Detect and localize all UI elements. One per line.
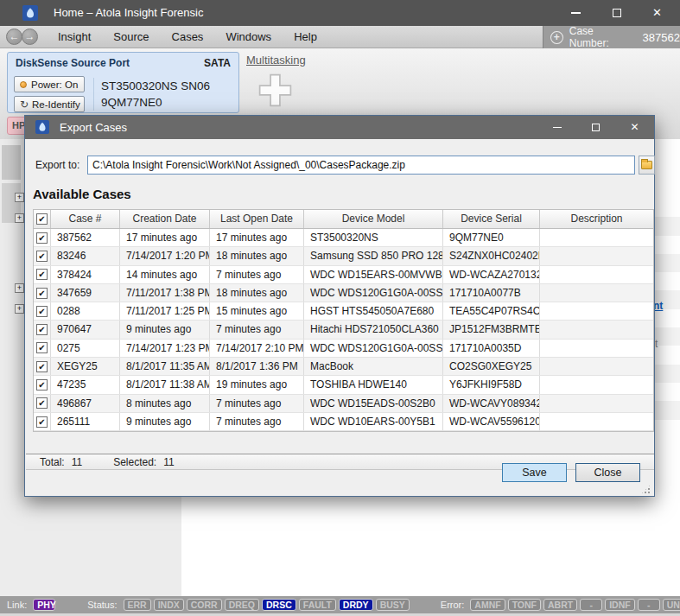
tree-expander-icon[interactable]: +	[15, 193, 24, 202]
cell-last-open-date: 7 minutes ago	[210, 266, 304, 283]
cell-device-serial: WD-WCAVY089342	[443, 395, 540, 412]
cell-description	[540, 395, 653, 412]
row-checkbox[interactable]	[36, 379, 48, 391]
cell-creation-date: 7/14/2017 1:23 PM	[120, 340, 210, 357]
menu-source[interactable]: Source	[102, 26, 160, 48]
browse-button[interactable]	[639, 156, 655, 175]
table-row[interactable]: XEGY25 8/1/2017 11:35 AM 8/1/2017 1:36 P…	[34, 358, 653, 376]
dialog-title: Export Cases	[60, 116, 127, 139]
total-value: 11	[72, 456, 82, 468]
cell-device-serial: S24ZNX0HC02402P	[443, 247, 540, 264]
table-row[interactable]: 378424 14 minutes ago 7 minutes ago WDC …	[34, 266, 653, 284]
column-header-device-model[interactable]: Device Model	[304, 210, 443, 228]
column-header-case[interactable]: Case #	[51, 210, 120, 228]
cell-device-serial: 171710A0077B	[443, 284, 540, 302]
table-row[interactable]: 0275 7/14/2017 1:23 PM 7/14/2017 2:10 PM…	[34, 340, 653, 358]
column-header-creation-date[interactable]: Creation Date	[120, 210, 210, 228]
cell-device-model: WDC WDS120G1G0A-00SS50	[304, 284, 443, 302]
status-badge-idnf: IDNF	[605, 599, 635, 611]
resize-grip[interactable]	[640, 484, 651, 495]
row-checkbox[interactable]	[36, 342, 48, 353]
forward-button[interactable]: →	[22, 29, 38, 45]
row-checkbox[interactable]	[36, 361, 48, 372]
cell-device-model: MacBook	[304, 358, 443, 375]
cell-device-serial: CO2SG0XEGY25	[443, 358, 540, 375]
row-checkbox[interactable]	[36, 324, 48, 335]
case-number-label: Case Number:	[569, 25, 635, 49]
status-bar: Link: PHY Status: ERRINDXCORRDREQDRSCFAU…	[0, 596, 680, 613]
port-type-label: SATA	[204, 57, 231, 69]
cell-case-number: 347659	[51, 284, 120, 302]
case-number-section[interactable]: + Case Number: 387562	[543, 26, 680, 48]
cell-creation-date: 8 minutes ago	[120, 395, 210, 412]
reidentify-button[interactable]: ↻ Re-Identify	[14, 96, 85, 112]
export-path-input[interactable]	[87, 156, 635, 175]
add-task-button[interactable]	[258, 73, 292, 107]
row-checkbox[interactable]	[36, 306, 48, 317]
status-badge-phy: PHY	[33, 599, 55, 611]
save-button[interactable]: Save	[502, 463, 567, 482]
close-button[interactable]: Close	[575, 463, 640, 482]
menu-help[interactable]: Help	[283, 26, 328, 48]
table-row[interactable]: 347659 7/11/2017 1:38 PM 18 minutes ago …	[34, 284, 653, 302]
table-row[interactable]: 47235 8/1/2017 11:38 AM 19 minutes ago T…	[34, 376, 653, 394]
cell-description	[540, 413, 653, 430]
table-row[interactable]: 970647 9 minutes ago 7 minutes ago Hitac…	[34, 321, 653, 339]
link-label: Link:	[7, 600, 27, 610]
row-checkbox[interactable]	[36, 288, 48, 299]
multitasking-tab[interactable]: Multitasking	[246, 54, 306, 67]
back-button[interactable]: ←	[6, 29, 22, 45]
window-maximize-button[interactable]	[596, 0, 637, 26]
row-checkbox[interactable]	[36, 232, 48, 244]
row-checkbox[interactable]	[36, 269, 48, 280]
status-badge-abrt: ABRT	[543, 599, 577, 611]
menubar: ← → Insight Source Cases Windows Help + …	[0, 26, 680, 48]
dialog-titlebar[interactable]: Export Cases ✕	[25, 116, 654, 139]
menu-insight[interactable]: Insight	[47, 26, 102, 48]
case-number-value: 387562	[643, 31, 680, 44]
selected-value: 11	[163, 456, 174, 468]
menu-cases[interactable]: Cases	[161, 26, 215, 48]
table-row[interactable]: 265111 9 minutes ago 7 minutes ago WDC W…	[34, 413, 653, 431]
tree-expander-icon[interactable]: +	[15, 304, 24, 314]
table-row[interactable]: 0288 7/11/2017 1:25 PM 15 minutes ago HG…	[34, 302, 653, 321]
dialog-minimize-button[interactable]	[537, 116, 576, 139]
menu-windows[interactable]: Windows	[214, 26, 283, 48]
cell-last-open-date: 7 minutes ago	[210, 395, 304, 412]
close-icon: ✕	[630, 116, 639, 139]
status-badge-unc: UNC	[663, 599, 680, 611]
status-badge-corr: CORR	[187, 599, 222, 611]
row-checkbox[interactable]	[36, 251, 48, 262]
dialog-close-button[interactable]: ✕	[615, 116, 654, 139]
cell-last-open-date: 17 minutes ago	[210, 229, 304, 246]
cell-description	[540, 376, 653, 393]
row-checkbox[interactable]	[36, 416, 48, 428]
cell-device-serial: 171710A0035D	[443, 340, 540, 357]
dialog-maximize-button[interactable]	[576, 116, 615, 139]
power-button[interactable]: Power: On	[14, 76, 85, 92]
column-header-device-serial[interactable]: Device Serial	[443, 210, 540, 228]
tree-expander-icon[interactable]: +	[15, 283, 24, 293]
column-header-last-open-date[interactable]: Last Open Date	[210, 210, 304, 228]
tree-expander-icon[interactable]: +	[15, 213, 24, 223]
cell-last-open-date: 15 minutes ago	[210, 302, 304, 320]
row-checkbox[interactable]	[36, 397, 48, 409]
table-row[interactable]: 387562 17 minutes ago 17 minutes ago ST3…	[34, 229, 653, 247]
cell-creation-date: 9 minutes ago	[120, 413, 210, 430]
column-header-description[interactable]: Description	[540, 210, 653, 228]
cell-creation-date: 7/11/2017 1:38 PM	[120, 284, 210, 302]
window-titlebar[interactable]: Home – Atola Insight Forensic ✕	[0, 0, 680, 26]
cell-device-model: WDC WD15EADS-00S2B0	[304, 395, 443, 412]
table-row[interactable]: 496867 8 minutes ago 7 minutes ago WDC W…	[34, 395, 653, 413]
status-badge-indx: INDX	[154, 599, 184, 611]
cell-device-model: HGST HTS545050A7E680	[304, 302, 443, 320]
select-all-checkbox[interactable]	[36, 213, 48, 225]
cell-last-open-date: 19 minutes ago	[210, 376, 304, 393]
refresh-icon: ↻	[20, 98, 29, 111]
status-badges: ERRINDXCORRDREQDRSCFAULTDRDYBUSY	[121, 599, 410, 611]
status-badge-fault: FAULT	[299, 599, 336, 611]
window-close-button[interactable]: ✕	[637, 0, 677, 26]
cell-creation-date: 17 minutes ago	[120, 229, 210, 246]
table-row[interactable]: 83246 7/14/2017 1:20 PM 18 minutes ago S…	[34, 247, 653, 265]
window-minimize-button[interactable]	[556, 0, 596, 26]
